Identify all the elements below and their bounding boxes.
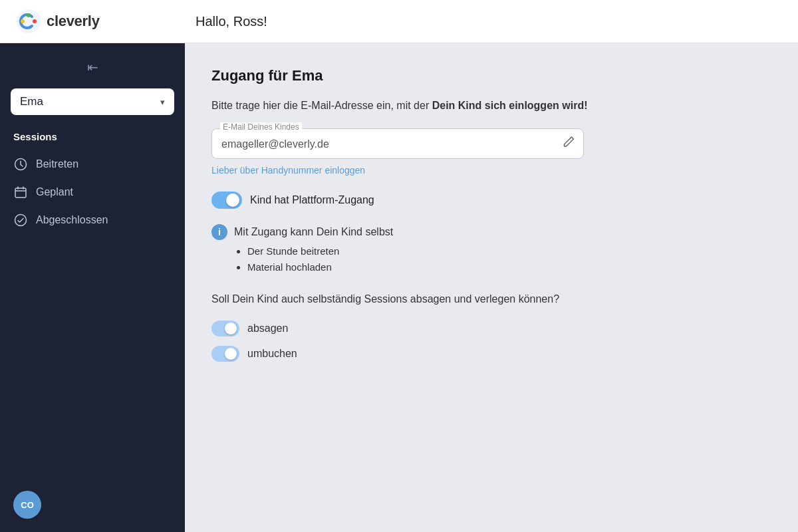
- edit-email-button[interactable]: [562, 136, 575, 152]
- sidebar-item-beitreten[interactable]: Beitreten: [0, 150, 185, 178]
- sidebar-item-geplant[interactable]: Geplant: [0, 178, 185, 206]
- check-circle-icon: [13, 213, 28, 227]
- platform-toggle-row: Kind hat Plattform-Zugang: [211, 192, 771, 209]
- description-bold: Dein Kind sich einloggen wird!: [432, 100, 588, 111]
- page-title: Zugang für Ema: [211, 67, 771, 84]
- logo-area: cleverly: [16, 9, 196, 34]
- email-field-container: E-Mail Deines Kindes emageller@cleverly.…: [211, 128, 584, 159]
- phone-login-link[interactable]: Lieber über Handynummer einloggen: [211, 165, 365, 176]
- umbuchen-toggle-thumb: [225, 348, 237, 360]
- svg-point-2: [27, 13, 31, 17]
- sessions-label: Sessions: [0, 131, 185, 150]
- absagen-label: absagen: [247, 323, 288, 334]
- header: cleverly Hallo, Ross!: [0, 0, 798, 43]
- info-item-1: Material hochladen: [247, 259, 393, 275]
- logo-text: cleverly: [47, 13, 100, 30]
- email-value: emageller@cleverly.de: [221, 138, 329, 150]
- umbuchen-toggle-row: umbuchen: [211, 346, 771, 362]
- absagen-toggle-row: absagen: [211, 321, 771, 336]
- main-layout: ⇤ Ema ▾ Sessions Beitreten: [0, 43, 798, 532]
- description-text: Bitte trage hier die E-Mail-Adresse ein,…: [211, 98, 597, 114]
- absagen-toggle-thumb: [225, 323, 237, 334]
- svg-point-1: [21, 19, 25, 23]
- geplant-label: Geplant: [36, 186, 73, 198]
- info-icon: i: [211, 224, 227, 240]
- info-list: Der Stunde beitreten Material hochladen: [234, 243, 393, 275]
- abgeschlossen-label: Abgeschlossen: [36, 214, 108, 226]
- svg-point-3: [33, 19, 37, 23]
- student-selector[interactable]: Ema ▾: [11, 88, 174, 115]
- info-item-0: Der Stunde beitreten: [247, 243, 393, 259]
- question-text: Soll Dein Kind auch selbständig Sessions…: [211, 291, 584, 307]
- sidebar: ⇤ Ema ▾ Sessions Beitreten: [0, 43, 185, 532]
- sidebar-collapse-button[interactable]: ⇤: [0, 43, 185, 88]
- collapse-icon: ⇤: [87, 59, 98, 75]
- email-field-wrapper: E-Mail Deines Kindes emageller@cleverly.…: [211, 128, 584, 159]
- umbuchen-label: umbuchen: [247, 348, 297, 360]
- toggle-thumb: [226, 194, 239, 207]
- umbuchen-toggle[interactable]: [211, 346, 239, 362]
- info-box: i Mit Zugang kann Dein Kind selbst Der S…: [211, 223, 571, 275]
- sidebar-item-abgeschlossen[interactable]: Abgeschlossen: [0, 206, 185, 234]
- description-normal: Bitte trage hier die E-Mail-Adresse ein,…: [211, 100, 432, 111]
- platform-toggle[interactable]: [211, 192, 242, 209]
- email-field-label: E-Mail Deines Kindes: [220, 122, 302, 132]
- beitreten-label: Beitreten: [36, 158, 78, 170]
- cleverly-logo-icon: [16, 9, 41, 34]
- platform-toggle-label: Kind hat Plattform-Zugang: [250, 194, 374, 206]
- user-avatar[interactable]: CO: [13, 491, 41, 519]
- clock-icon: [13, 157, 28, 172]
- content-area: Zugang für Ema Bitte trage hier die E-Ma…: [185, 43, 798, 532]
- svg-rect-5: [15, 188, 26, 198]
- chevron-down-icon: ▾: [160, 97, 165, 107]
- absagen-toggle[interactable]: [211, 321, 239, 336]
- calendar-icon: [13, 185, 28, 200]
- info-title: Mit Zugang kann Dein Kind selbst: [234, 226, 393, 237]
- info-content: Mit Zugang kann Dein Kind selbst Der Stu…: [234, 223, 393, 275]
- student-name: Ema: [20, 95, 43, 108]
- header-greeting: Hallo, Ross!: [196, 14, 267, 29]
- toggle-track[interactable]: [211, 192, 242, 209]
- svg-point-6: [15, 215, 27, 226]
